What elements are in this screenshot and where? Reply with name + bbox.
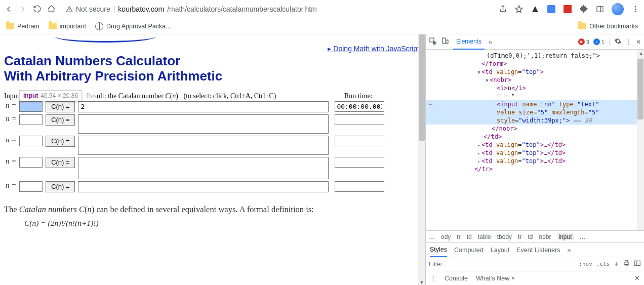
runtime-output[interactable] bbox=[335, 157, 384, 168]
security-label: Not secure bbox=[76, 5, 110, 13]
device-icon[interactable] bbox=[441, 37, 449, 47]
url-path: /math/calculators/catalannumberscalculat… bbox=[167, 5, 317, 13]
table-row: n = C(n) = 2 bbox=[4, 100, 386, 113]
drawer-tabs: ⋮ Console What's New × ✕ bbox=[426, 271, 644, 285]
svg-point-0 bbox=[69, 11, 70, 11]
error-badge[interactable]: ✕3 bbox=[578, 38, 589, 45]
calculator-table: n = C(n) = 2 n = C(n) = n = C(n) = bbox=[4, 100, 386, 193]
svg-rect-11 bbox=[625, 264, 628, 266]
calculate-button[interactable]: C(n) = bbox=[46, 101, 75, 112]
cls-toggle[interactable]: .cls bbox=[596, 261, 610, 267]
runtime-output[interactable] bbox=[335, 181, 384, 192]
tab-computed[interactable]: Computed bbox=[454, 247, 484, 254]
dom-tree[interactable]: (dTime0,0);',1);return false;"> </form> … bbox=[426, 50, 644, 230]
forward-icon[interactable] bbox=[18, 5, 27, 14]
devtools-panel: Elements » ✕3 ▪1 | ⋮ ✕ (dTime0,0);',1);r… bbox=[425, 34, 644, 285]
hov-toggle[interactable]: :hov bbox=[579, 261, 592, 267]
runtime-label: Run time: bbox=[344, 92, 373, 100]
table-row: n = C(n) = bbox=[4, 113, 386, 135]
ext2-icon[interactable] bbox=[547, 5, 556, 14]
calculate-button[interactable]: C(n) = bbox=[46, 136, 75, 147]
runtime-output[interactable] bbox=[335, 136, 384, 146]
more-tabs-icon[interactable]: » bbox=[489, 38, 492, 46]
result-output[interactable] bbox=[78, 136, 329, 155]
close-drawer-icon[interactable]: ✕ bbox=[634, 274, 640, 282]
devtools-scrollbar[interactable]: ▲ bbox=[637, 50, 644, 230]
decorative-swoosh bbox=[55, 36, 156, 43]
star-icon[interactable] bbox=[514, 5, 524, 14]
more-icon[interactable]: » bbox=[567, 247, 571, 254]
result-label: Result: the Catalan number C(n) (to sele… bbox=[86, 92, 344, 100]
n-equals-label: n = bbox=[4, 100, 18, 113]
drawer-menu-icon[interactable]: ⋮ bbox=[430, 274, 436, 282]
styles-filter-input[interactable] bbox=[429, 261, 575, 268]
devtools-tabs: Elements » ✕3 ▪1 | ⋮ ✕ bbox=[426, 34, 644, 50]
browser-toolbar: Not secure | kourbatov.com/math/calculat… bbox=[0, 0, 644, 18]
svg-rect-12 bbox=[635, 261, 640, 265]
ext1-icon[interactable] bbox=[531, 5, 540, 14]
n-input[interactable] bbox=[19, 136, 43, 146]
add-rule-icon[interactable]: + bbox=[614, 259, 619, 269]
n-input[interactable] bbox=[19, 181, 43, 192]
calculate-button[interactable]: C(n) = bbox=[46, 157, 75, 168]
close-icon[interactable]: ✕ bbox=[636, 38, 641, 46]
n-input[interactable] bbox=[19, 101, 43, 112]
breadcrumb[interactable]: … ody tr td table tbody tr td nobr input… bbox=[426, 230, 644, 242]
top-link[interactable]: Doing Math with JavaScript bbox=[328, 45, 419, 53]
n-input[interactable] bbox=[19, 157, 43, 168]
svg-point-3 bbox=[635, 6, 636, 8]
styles-filter-row: :hov .cls + bbox=[426, 257, 644, 271]
bookmark-pedram[interactable]: Pedram bbox=[6, 23, 39, 30]
extensions-icon[interactable] bbox=[579, 5, 588, 14]
back-icon[interactable] bbox=[4, 5, 13, 14]
n-input[interactable] bbox=[19, 114, 43, 125]
tab-elements[interactable]: Elements bbox=[453, 34, 485, 50]
menu-icon[interactable] bbox=[631, 5, 640, 14]
warning-icon bbox=[66, 6, 73, 13]
svg-rect-7 bbox=[442, 38, 446, 44]
home-icon[interactable] bbox=[47, 5, 56, 14]
svg-rect-8 bbox=[446, 40, 448, 44]
tab-event-listeners[interactable]: Event Listeners bbox=[516, 247, 560, 254]
page-title: Catalan Numbers CalculatorWith Arbitrary… bbox=[4, 54, 421, 84]
result-output[interactable] bbox=[78, 157, 329, 179]
styles-tabs: Styles Computed Layout Event Listeners » bbox=[426, 242, 644, 257]
bookmarks-bar: Pedram important Drug Approval Packa... … bbox=[0, 18, 644, 34]
info-badge[interactable]: ▪1 bbox=[593, 38, 605, 45]
runtime-output[interactable] bbox=[335, 114, 384, 125]
print-icon[interactable] bbox=[623, 260, 630, 268]
calculate-button[interactable]: C(n) = bbox=[46, 114, 75, 126]
kebab-icon[interactable]: ⋮ bbox=[626, 38, 632, 46]
svg-point-4 bbox=[635, 8, 636, 10]
formula-text: C(n) = (2n)!/(n!(n+1)!) bbox=[24, 219, 421, 228]
table-row: n = C(n) = bbox=[4, 156, 386, 180]
result-output[interactable] bbox=[78, 114, 329, 134]
toggle-pane-icon[interactable] bbox=[634, 260, 641, 268]
runtime-output[interactable] bbox=[335, 101, 384, 112]
table-row: n = C(n) = bbox=[4, 135, 386, 156]
tab-layout[interactable]: Layout bbox=[491, 247, 510, 254]
svg-rect-9 bbox=[624, 262, 628, 265]
address-bar[interactable]: Not secure | kourbatov.com/math/calculat… bbox=[61, 2, 493, 16]
ext3-icon[interactable] bbox=[563, 5, 572, 14]
share-icon[interactable] bbox=[498, 5, 507, 14]
other-bookmarks[interactable]: Other bookmarks bbox=[578, 23, 638, 30]
svg-rect-10 bbox=[625, 261, 628, 262]
page-scrollbar[interactable]: ▲ ▼ bbox=[418, 34, 425, 285]
bookmark-important[interactable]: important bbox=[49, 23, 86, 30]
tab-styles[interactable]: Styles bbox=[430, 243, 447, 257]
side-panel-icon[interactable] bbox=[595, 5, 605, 14]
gear-icon[interactable] bbox=[614, 37, 622, 47]
table-row: n = C(n) = bbox=[4, 180, 386, 193]
tab-whats-new[interactable]: What's New × bbox=[476, 275, 515, 282]
calculate-button[interactable]: C(n) = bbox=[46, 181, 75, 192]
bookmark-drug-approval[interactable]: Drug Approval Packa... bbox=[95, 22, 171, 30]
profile-avatar[interactable] bbox=[612, 3, 624, 15]
result-output[interactable] bbox=[78, 181, 329, 192]
reload-icon[interactable] bbox=[32, 5, 42, 14]
tab-console[interactable]: Console bbox=[445, 275, 468, 282]
svg-rect-1 bbox=[597, 6, 603, 12]
url-host: kourbatov.com bbox=[118, 5, 164, 13]
result-output[interactable]: 2 bbox=[78, 101, 329, 112]
inspect-icon[interactable] bbox=[429, 37, 437, 47]
